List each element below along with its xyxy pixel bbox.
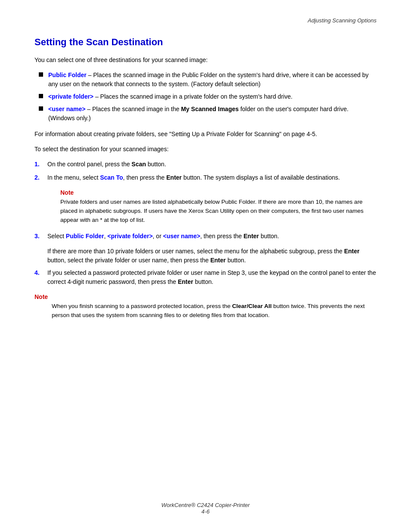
page-title: Setting the Scan Destination bbox=[34, 37, 377, 48]
list-item-text: <private folder> – Places the scanned im… bbox=[48, 92, 377, 101]
step-3-number: 3. bbox=[34, 232, 47, 241]
note-1-content: Private folders and user names are liste… bbox=[60, 198, 377, 225]
bullet-icon bbox=[39, 72, 43, 77]
step-2-number: 2. bbox=[34, 173, 47, 182]
bullet-icon bbox=[39, 94, 43, 98]
user-name-link: <user name> bbox=[48, 106, 85, 112]
step3-private-folder: <private folder> bbox=[107, 233, 153, 240]
note-2-block: Note When you finish scanning to a passw… bbox=[34, 293, 377, 320]
step-1: 1. On the control panel, press the Scan … bbox=[34, 160, 377, 169]
note-2-title: Note bbox=[34, 293, 377, 300]
step-4-text: If you selected a password protected pri… bbox=[47, 268, 377, 286]
step3-user-name: <user name> bbox=[163, 233, 200, 240]
footer-page-number: 4-6 bbox=[0, 508, 411, 515]
scan-to-link: Scan To bbox=[100, 174, 123, 181]
para-instructions-intro: To select the destination for your scann… bbox=[34, 145, 377, 154]
bullet-icon bbox=[39, 106, 43, 111]
step-3-sub-para: If there are more than 10 private folder… bbox=[47, 247, 377, 265]
header-section-title: Adjusting Scanning Options bbox=[34, 17, 377, 24]
note-2-content: When you finish scanning to a password p… bbox=[34, 302, 377, 320]
note-1-block: Note Private folders and user names are … bbox=[60, 189, 377, 225]
step-2: 2. In the menu, select Scan To, then pre… bbox=[34, 173, 377, 182]
destination-list: Public Folder – Places the scanned image… bbox=[34, 71, 377, 123]
step-1-text: On the control panel, press the Scan but… bbox=[47, 160, 377, 169]
private-folder-link: <private folder> bbox=[48, 93, 93, 100]
step-3: 3. Select Public Folder, <private folder… bbox=[34, 232, 377, 241]
step-4-number: 4. bbox=[34, 268, 47, 277]
intro-paragraph: You can select one of three destinations… bbox=[34, 56, 377, 65]
footer-product-name: WorkCentre® C2424 Copier-Printer bbox=[0, 502, 411, 508]
note-1-title: Note bbox=[60, 189, 377, 196]
page-footer: WorkCentre® C2424 Copier-Printer 4-6 bbox=[0, 502, 411, 515]
steps-list: 1. On the control panel, press the Scan … bbox=[34, 160, 377, 182]
step-1-number: 1. bbox=[34, 160, 47, 169]
step-4-list: 4. If you selected a password protected … bbox=[34, 268, 377, 286]
list-item-text: <user name> – Places the scanned image i… bbox=[48, 105, 377, 123]
step3-public-folder: Public Folder bbox=[66, 233, 104, 240]
list-item: <private folder> – Places the scanned im… bbox=[39, 92, 377, 101]
list-item-text: Public Folder – Places the scanned image… bbox=[48, 71, 377, 89]
list-item: <user name> – Places the scanned image i… bbox=[39, 105, 377, 123]
public-folder-link: Public Folder bbox=[48, 72, 87, 78]
para-private-folders: For information about creating private f… bbox=[34, 130, 377, 139]
step-3-text: Select Public Folder, <private folder>, … bbox=[47, 232, 377, 241]
step-2-text: In the menu, select Scan To, then press … bbox=[47, 173, 377, 182]
step-3-list: 3. Select Public Folder, <private folder… bbox=[34, 232, 377, 241]
list-item: Public Folder – Places the scanned image… bbox=[39, 71, 377, 89]
step-4: 4. If you selected a password protected … bbox=[34, 268, 377, 286]
